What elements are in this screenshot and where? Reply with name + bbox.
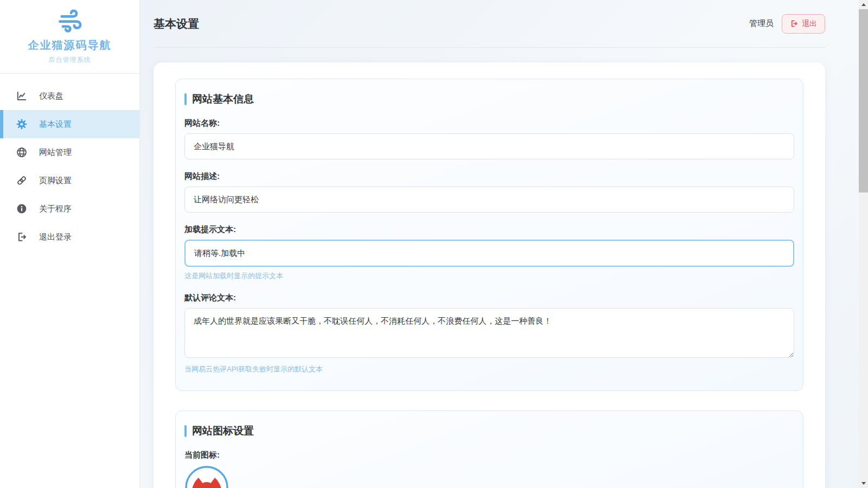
section-title: 网站图标设置 — [184, 424, 794, 438]
top-bar: 基本设置 管理员 退出 — [154, 0, 825, 48]
current-icon-label: 当前图标: — [184, 450, 794, 460]
section-title-text: 网站基本信息 — [192, 92, 254, 106]
logo-block: 企业猫源码导航 后台管理系统 — [0, 0, 139, 74]
wind-logo-icon — [56, 8, 84, 34]
logout-button-label: 退出 — [802, 19, 817, 29]
sidebar-item-footer-settings[interactable]: 页脚设置 — [0, 166, 139, 195]
settings-card: 网站基本信息 网站名称: 网站描述: 加载提示文本: 这是网站加载时显示的提示文… — [154, 62, 825, 488]
site-name-input[interactable] — [184, 133, 794, 159]
gear-icon — [16, 119, 27, 130]
info-icon — [16, 203, 27, 214]
site-description-input[interactable] — [184, 187, 794, 213]
scrollbar-up-arrow-icon[interactable] — [859, 0, 868, 9]
sidebar: 企业猫源码导航 后台管理系统 仪表盘 — [0, 0, 140, 488]
sidebar-item-about[interactable]: 关于程序 — [0, 195, 139, 223]
dashboard-chart-icon — [16, 91, 27, 101]
logout-icon — [16, 232, 27, 242]
user-label: 管理员 — [749, 18, 774, 29]
sidebar-menu: 仪表盘 基本设置 — [0, 74, 139, 251]
site-description-label: 网站描述: — [184, 171, 794, 182]
loading-text-label: 加载提示文本: — [184, 224, 794, 235]
logout-icon — [790, 20, 798, 28]
sidebar-item-label: 网站管理 — [39, 147, 72, 158]
section-icon-settings: 网站图标设置 当前图标: — [175, 410, 803, 488]
default-comment-textarea[interactable]: 成年人的世界就是应该果断又干脆，不耽误任何人，不消耗任何人，不浪费任何人，这是一… — [184, 308, 794, 358]
sidebar-item-basic-settings[interactable]: 基本设置 — [0, 110, 139, 138]
site-name-label: 网站名称: — [184, 118, 794, 129]
globe-icon — [16, 147, 27, 158]
sidebar-item-dashboard[interactable]: 仪表盘 — [0, 82, 139, 110]
section-title-text: 网站图标设置 — [192, 424, 254, 438]
topbar-right: 管理员 退出 — [749, 14, 825, 34]
main-content: 基本设置 管理员 退出 网站基本信息 网站名称: 网站描述: 加载提示文本: — [140, 0, 868, 488]
app-title: 企业猫源码导航 — [0, 38, 139, 53]
scrollbar-thumb[interactable] — [859, 9, 868, 192]
sidebar-item-site-management[interactable]: 网站管理 — [0, 138, 139, 166]
link-icon — [16, 175, 27, 186]
page-title: 基本设置 — [154, 16, 199, 31]
vertical-scrollbar[interactable] — [859, 0, 868, 488]
default-comment-hint: 当网易云热评API获取失败时显示的默认文本 — [184, 364, 794, 374]
app-subtitle: 后台管理系统 — [0, 55, 139, 65]
loading-text-input[interactable] — [184, 240, 794, 267]
site-favicon-cat-icon — [184, 465, 229, 488]
sidebar-item-label: 页脚设置 — [39, 176, 72, 186]
sidebar-item-label: 基本设置 — [39, 119, 72, 130]
section-title: 网站基本信息 — [184, 92, 794, 106]
sidebar-item-label: 关于程序 — [39, 204, 72, 214]
sidebar-item-label: 退出登录 — [39, 232, 72, 242]
loading-text-hint: 这是网站加载时显示的提示文本 — [184, 271, 794, 281]
section-basic-info: 网站基本信息 网站名称: 网站描述: 加载提示文本: 这是网站加载时显示的提示文… — [175, 79, 803, 391]
title-accent-bar — [184, 425, 187, 437]
scrollbar-down-arrow-icon[interactable] — [859, 479, 868, 488]
logout-button[interactable]: 退出 — [782, 14, 825, 34]
default-comment-label: 默认评论文本: — [184, 293, 794, 303]
title-accent-bar — [184, 93, 187, 105]
sidebar-item-logout[interactable]: 退出登录 — [0, 223, 139, 251]
sidebar-item-label: 仪表盘 — [39, 91, 63, 101]
